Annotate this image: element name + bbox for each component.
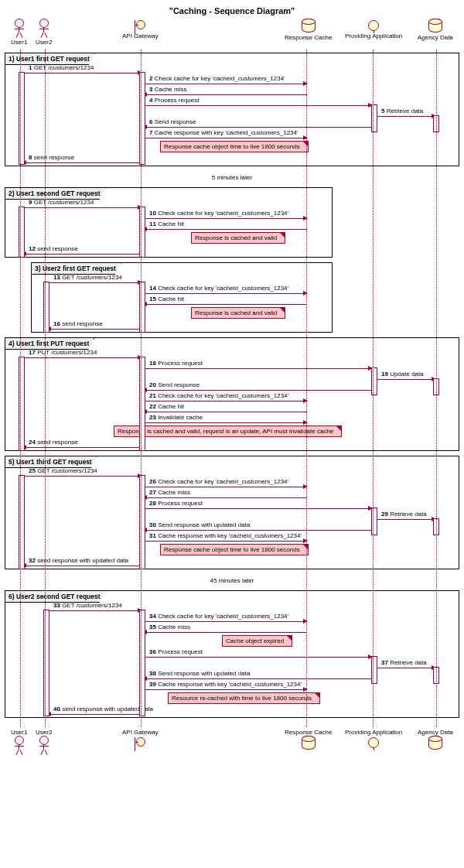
actor-user2: User2 <box>36 19 52 46</box>
delay-1: 5 minutes later <box>0 171 464 184</box>
group-1-title: 1) User1 first GET request <box>5 53 95 65</box>
note-6: Cache object expired <box>222 635 292 647</box>
group-4: 4) User1 first PUT request 17 PUT /custo… <box>5 337 459 451</box>
note-1: Response cache object time to live 1800 … <box>160 141 309 152</box>
note-7: Resource re-cached with time to live 180… <box>168 692 320 704</box>
note-3: Response is cached and valid <box>191 307 285 319</box>
group-5-title: 5) User1 third GET request <box>5 456 97 468</box>
participant-data: Agency Data <box>418 19 453 41</box>
participant-gateway-b: API Gateway <box>122 727 159 748</box>
participant-data-b: Agency Data <box>418 727 453 750</box>
group-6-title: 6) User2 second GET request <box>5 591 106 603</box>
group-2: 2) User1 second GET request 9 GET /custo… <box>5 187 333 258</box>
note-4: Response is cached and valid, request is… <box>114 425 342 437</box>
participants-top: User1 User2 API Gateway Response Cache P… <box>0 19 464 50</box>
diagram-title: "Caching - Sequence Diagram" <box>0 0 464 19</box>
actor-user1: User1 <box>11 19 27 46</box>
participants-bottom: User1 User2 API Gateway Response Cache P… <box>0 727 464 758</box>
group-2-title: 2) User1 second GET request <box>5 188 106 200</box>
group-6: 6) User2 second GET request 33 GET /cust… <box>5 590 459 718</box>
group-4-title: 4) User1 first PUT request <box>5 338 94 350</box>
actor-user1-b: User1 <box>11 727 27 754</box>
participant-cache-b: Response Cache <box>285 727 332 750</box>
participant-cache: Response Cache <box>285 19 332 41</box>
group-1: 1) User1 first GET request 1 GET /custom… <box>5 53 459 166</box>
sequence-diagram: User1 User2 API Gateway Response Cache P… <box>0 19 464 758</box>
group-5: 5) User1 third GET request 25 GET /custo… <box>5 456 459 569</box>
diagram-body: 1) User1 first GET request 1 GET /custom… <box>0 53 464 727</box>
participant-app-b: Providing Application <box>345 727 402 748</box>
participant-gateway: API Gateway <box>122 19 159 39</box>
participant-app: Providing Application <box>345 19 402 39</box>
delay-2: 45 minutes later <box>0 574 464 587</box>
group-3: 3) User2 first GET request 13 GET /custo… <box>31 262 333 333</box>
actor-user2-b: User2 <box>36 727 52 754</box>
note-2: Response is cached and valid <box>191 232 285 244</box>
group-3-title: 3) User2 first GET request <box>32 263 121 275</box>
note-5: Response cache object time to live 1800 … <box>160 544 309 555</box>
